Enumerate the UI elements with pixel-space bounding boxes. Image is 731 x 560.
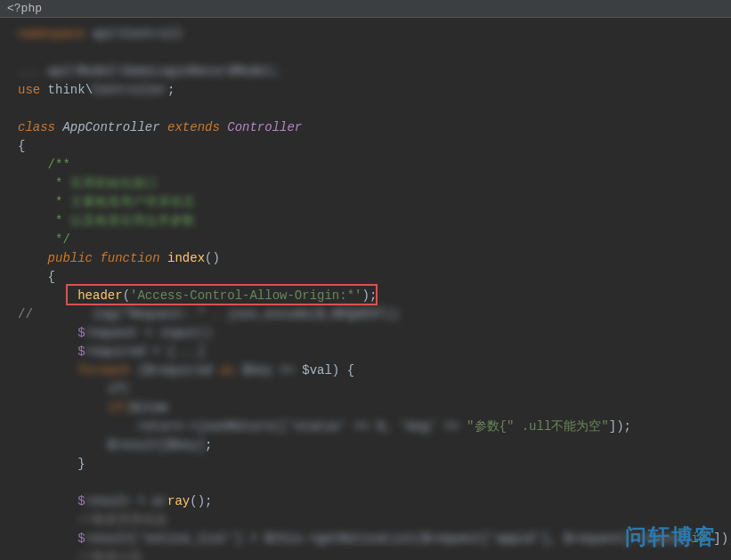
code-line: $result['notice_list'] = $this->getNotic… — [18, 530, 713, 548]
code-line: foreach ($required as $key => $val) { — [18, 361, 713, 380]
namespace-keyword: namespace — [18, 25, 93, 44]
code-line-highlighted: header('Access-Control-Allow-Origin:*'); — [18, 287, 713, 305]
code-line: ... api\Model\SemsLoginRecordModel; — [18, 62, 713, 81]
code-line: { — [18, 268, 713, 287]
header-function: header — [18, 288, 123, 303]
file-tab-bar: <?php — [0, 0, 731, 18]
code-line — [18, 44, 713, 62]
code-line: class AppController extends Controller — [18, 118, 713, 137]
code-line: if($item — [18, 399, 713, 418]
parent-class: Controller — [220, 120, 302, 134]
code-line: return->jsonReturn(['status' => 0, 'msg'… — [18, 418, 713, 436]
watermark-text: 问轩博客 — [625, 523, 718, 551]
code-line: namespace api\Controll — [18, 25, 713, 44]
code-line: //检查登录信息 — [18, 511, 713, 530]
class-keyword: class — [18, 120, 55, 134]
code-line: */ — [18, 231, 713, 249]
code-line — [18, 474, 713, 492]
function-keyword: function — [93, 251, 160, 265]
doc-comment: /** — [18, 158, 70, 172]
code-line: * 以及检查应用合并参数 — [18, 212, 713, 231]
use-keyword: use — [18, 83, 40, 97]
function-name: index — [160, 251, 205, 265]
extends-keyword: extends — [167, 120, 220, 134]
code-line — [18, 100, 713, 118]
code-line: if( — [18, 380, 713, 399]
doc-comment-end: */ — [18, 232, 70, 247]
code-line: //检查公告 — [18, 548, 713, 560]
class-name: AppController — [55, 120, 167, 134]
cors-header-string: 'Access-Control-Allow-Origin:*' — [130, 288, 361, 303]
code-line: $request = input() — [18, 324, 713, 343]
code-editor[interactable]: namespace api\Controll ... api\Model\Sem… — [0, 18, 731, 560]
code-line: $result[$key]; — [18, 436, 713, 455]
code-line: use think\Controller; — [18, 81, 713, 100]
code-line: { — [18, 137, 713, 156]
code-line: $result = array(); — [18, 492, 713, 511]
code-line: /** — [18, 156, 713, 174]
code-line: * 主要检查用户登录状态 — [18, 193, 713, 212]
public-keyword: public — [18, 251, 93, 265]
code-line: $required = [...] — [18, 343, 713, 361]
php-open-tag: <?php — [7, 2, 42, 15]
code-line: // log("Request: " . json_encode($_REQUE… — [18, 305, 713, 324]
code-line: public function index() — [18, 249, 713, 268]
code-line: } — [18, 455, 713, 474]
code-line: * 应用初始化接口 — [18, 174, 713, 193]
